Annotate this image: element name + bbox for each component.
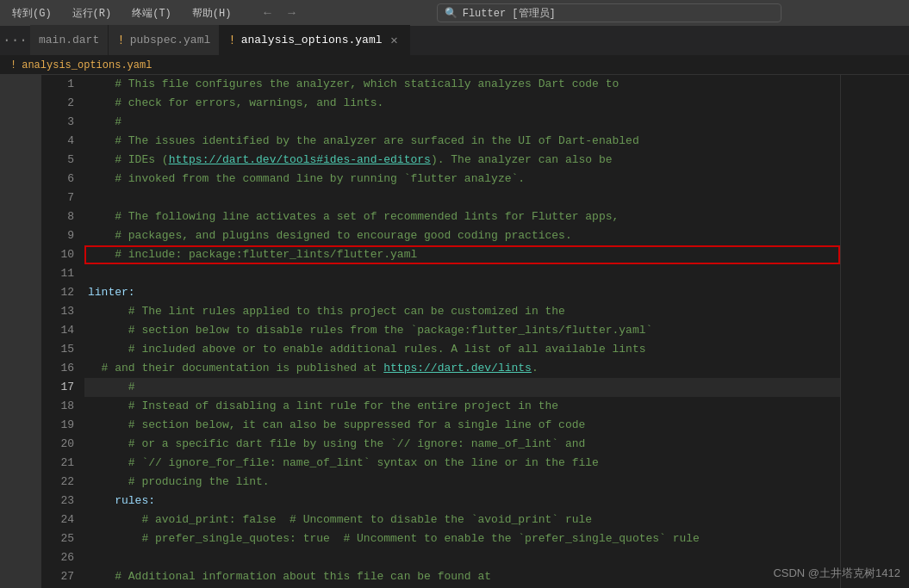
comment-text: # include: package:flutter_lints/flutter…	[88, 245, 417, 264]
line-number: 11	[41, 264, 74, 283]
comment-text: # Instead of disabling a lint rule for t…	[88, 397, 558, 416]
comment-text: # or a specific dart file by using the `…	[88, 435, 585, 454]
comment-text: # The issues identified by the analyzer …	[88, 132, 639, 151]
line-number: 3	[41, 113, 74, 132]
comment-text: # avoid_print: false # Uncomment to disa…	[88, 511, 592, 529]
line-number: 19	[41, 416, 74, 435]
menu-run[interactable]: 运行(R)	[67, 4, 117, 22]
menu-bar[interactable]: 转到(G) 运行(R) 终端(T) 帮助(H)	[7, 4, 236, 22]
line-number: 15	[41, 340, 74, 359]
link-text[interactable]: https://dart.dev/tools#ides-and-editors	[169, 151, 431, 170]
tab-analysis-options[interactable]: ! analysis_options.yaml ✕	[220, 25, 410, 55]
menu-help[interactable]: 帮助(H)	[187, 4, 237, 22]
code-line: # packages, and plugins designed to enco…	[84, 226, 840, 245]
line-number: 9	[41, 226, 74, 245]
comment-text: # The lint rules applied to this project…	[88, 302, 565, 321]
line-number: 8	[41, 207, 74, 226]
line-number: 25	[41, 529, 74, 548]
line-number: 17	[41, 378, 74, 397]
modified-indicator: !	[228, 34, 235, 47]
forward-arrow[interactable]: →	[281, 4, 302, 22]
key-text: rules:	[88, 492, 155, 511]
code-line: # included above or to enable additional…	[84, 340, 840, 359]
tab-overflow[interactable]: ···	[0, 25, 30, 55]
search-icon: 🔍	[445, 7, 458, 20]
code-line	[84, 548, 840, 567]
search-text: Flutter [管理员]	[463, 6, 556, 21]
line-number: 24	[41, 511, 74, 529]
code-line: # section below to disable rules from th…	[84, 321, 840, 340]
code-line: # avoid_print: false # Uncomment to disa…	[84, 511, 840, 529]
code-line: # and their documentation is published a…	[84, 359, 840, 378]
line-number: 4	[41, 132, 74, 151]
menu-terminal[interactable]: 终端(T)	[127, 4, 177, 22]
line-number: 21	[41, 454, 74, 473]
line-number: 2	[41, 94, 74, 113]
line-number: 1	[41, 75, 74, 94]
comment-text: # producing the lint.	[88, 473, 270, 492]
code-line: # producing the lint.	[84, 473, 840, 492]
code-line: # check for errors, warnings, and lints.	[84, 94, 840, 113]
line-number: 14	[41, 321, 74, 340]
link-text[interactable]: https://dart.dev/lints	[383, 359, 532, 378]
breadcrumb-text: analysis_options.yaml	[22, 59, 152, 71]
code-line: #	[84, 378, 840, 397]
comment-text: #	[88, 378, 135, 397]
comment-text: # included above or to enable additional…	[88, 340, 646, 359]
line-number: 27	[41, 567, 74, 586]
line-number: 5	[41, 151, 74, 170]
line-number: 20	[41, 435, 74, 454]
tab-close-button[interactable]: ✕	[387, 34, 401, 47]
comment-text: # and their documentation is published a…	[88, 359, 383, 378]
code-line: rules:	[84, 492, 840, 511]
code-line: # invoked from the command line by runni…	[84, 170, 840, 189]
comment-text: #	[88, 113, 121, 132]
line-number: 18	[41, 397, 74, 416]
code-line: # `// ignore_for_file: name_of_lint` syn…	[84, 454, 840, 473]
line-numbers: 1234567891011121314151617181920212223242…	[41, 75, 84, 588]
code-line: # prefer_single_quotes: true # Uncomment…	[84, 529, 840, 548]
tab-label: pubspec.yaml	[130, 34, 211, 46]
editor-container: 1234567891011121314151617181920212223242…	[0, 75, 909, 588]
menu-goto[interactable]: 转到(G)	[7, 4, 57, 22]
line-number: 10	[41, 245, 74, 264]
code-line: # IDEs (https://dart.dev/tools#ides-and-…	[84, 151, 840, 170]
tab-pubspec-yaml[interactable]: ! pubspec.yaml	[109, 25, 220, 55]
comment-text: .	[532, 359, 539, 378]
comment-text: # Additional information about this file…	[88, 567, 491, 586]
tab-label: main.dart	[39, 34, 99, 46]
tab-main-dart[interactable]: main.dart	[30, 25, 109, 55]
line-number: 26	[41, 548, 74, 567]
activity-bar	[0, 75, 41, 588]
line-number: 16	[41, 359, 74, 378]
code-line: # or a specific dart file by using the `…	[84, 435, 840, 454]
comment-text: # section below, it can also be suppress…	[88, 416, 585, 435]
comment-text: # prefer_single_quotes: true # Uncomment…	[88, 529, 700, 548]
code-line: # The issues identified by the analyzer …	[84, 132, 840, 151]
breadcrumb: ! analysis_options.yaml	[0, 56, 909, 75]
line-number: 22	[41, 473, 74, 492]
code-line: # This file configures the analyzer, whi…	[84, 75, 840, 94]
editor[interactable]: 1234567891011121314151617181920212223242…	[41, 75, 909, 588]
code-line: # Instead of disabling a lint rule for t…	[84, 397, 840, 416]
line-number: 12	[41, 283, 74, 302]
comment-text: # section below to disable rules from th…	[88, 321, 652, 340]
comment-text: # IDEs (	[88, 151, 169, 170]
back-arrow[interactable]: ←	[257, 4, 277, 22]
code-line: # include: package:flutter_lints/flutter…	[84, 245, 840, 264]
breadcrumb-dot: !	[10, 59, 16, 71]
title-bar: 转到(G) 运行(R) 终端(T) 帮助(H) ← → 🔍 Flutter [管…	[0, 0, 909, 26]
comment-text: # packages, and plugins designed to enco…	[88, 226, 572, 245]
comment-text: # `// ignore_for_file: name_of_lint` syn…	[88, 454, 599, 473]
comment-text: ). The analyzer can also be	[431, 151, 613, 170]
code-line	[84, 264, 840, 283]
code-line: # section below, it can also be suppress…	[84, 416, 840, 435]
navigation-arrows: ← →	[257, 4, 302, 22]
comment-text: # check for errors, warnings, and lints.	[88, 94, 383, 113]
code-content[interactable]: # This file configures the analyzer, whi…	[84, 75, 840, 588]
code-line: #	[84, 113, 840, 132]
search-bar[interactable]: 🔍 Flutter [管理员]	[437, 3, 781, 22]
code-line: # The lint rules applied to this project…	[84, 302, 840, 321]
tab-label: analysis_options.yaml	[241, 34, 383, 46]
code-line: # The following line activates a set of …	[84, 207, 840, 226]
